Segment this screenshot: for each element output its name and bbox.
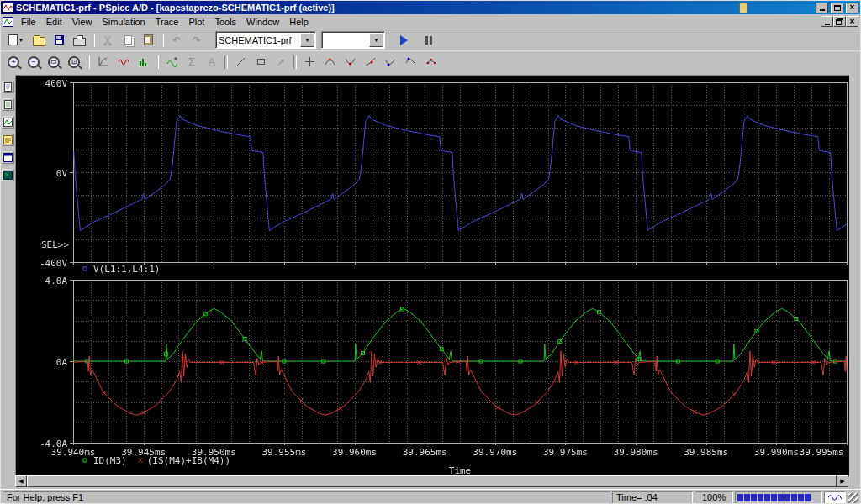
cursor-trough-button[interactable] bbox=[340, 53, 360, 71]
pspice-window: SCHEMATIC1-prf - PSpice A/D - [kapcstapr… bbox=[0, 0, 861, 504]
app-icon bbox=[3, 3, 13, 13]
crosshair-icon bbox=[304, 56, 315, 67]
performance-analysis-button[interactable] bbox=[133, 53, 153, 71]
simulation-profile-combo[interactable]: SCHEMATIC1-prf ▼ bbox=[215, 31, 316, 49]
sine-icon bbox=[828, 493, 842, 502]
box-annotation-button[interactable] bbox=[251, 53, 271, 71]
evaluate-function-button[interactable]: Σ bbox=[182, 53, 202, 71]
menu-edit[interactable]: Edit bbox=[41, 16, 67, 28]
cursor-max-icon bbox=[405, 56, 416, 67]
mdi-minimize-button[interactable] bbox=[821, 16, 833, 27]
progress-block bbox=[784, 494, 790, 501]
cursor-max-button[interactable] bbox=[400, 53, 420, 71]
pause-icon bbox=[425, 36, 432, 45]
menu-window[interactable]: Window bbox=[241, 16, 284, 28]
horizontal-scrollbar[interactable]: ◀ ▶ bbox=[15, 475, 848, 487]
sigma-icon: Σ bbox=[188, 57, 194, 67]
progress-block bbox=[778, 494, 784, 501]
cursor-slope-icon bbox=[365, 56, 376, 67]
mdi-close-button[interactable]: × bbox=[846, 16, 858, 27]
copy-button[interactable] bbox=[118, 31, 138, 50]
toolbar-separator bbox=[87, 55, 90, 69]
cursor-peak-button[interactable] bbox=[320, 53, 340, 71]
run-simulation-button[interactable] bbox=[394, 31, 414, 50]
menu-trace[interactable]: Trace bbox=[151, 16, 184, 28]
progress-block bbox=[751, 494, 757, 501]
simulation-results-button[interactable] bbox=[2, 116, 14, 129]
menu-tools[interactable]: Tools bbox=[209, 16, 241, 28]
line-annotation-button[interactable] bbox=[230, 53, 251, 71]
zoom-out-button[interactable]: − bbox=[24, 53, 44, 71]
cursor-slope-button[interactable] bbox=[360, 53, 380, 71]
zoom-area-button[interactable]: ▭ bbox=[44, 53, 64, 71]
command-window-button[interactable] bbox=[2, 169, 14, 181]
close-icon: × bbox=[850, 3, 855, 12]
save-button[interactable] bbox=[49, 31, 69, 50]
zoom-area-icon: ▭ bbox=[48, 56, 60, 68]
scrollbar-thumb[interactable] bbox=[27, 475, 837, 487]
mark-data-points-button[interactable] bbox=[420, 53, 441, 71]
text-label-icon: A bbox=[209, 57, 215, 67]
minimize-button[interactable] bbox=[816, 3, 828, 13]
add-trace-button[interactable] bbox=[161, 53, 182, 71]
fourier-button[interactable] bbox=[113, 53, 133, 71]
text-label-button[interactable]: A bbox=[202, 53, 222, 71]
zoom-fit-button[interactable]: ⊡ bbox=[64, 53, 84, 71]
maximize-button[interactable] bbox=[831, 3, 843, 13]
chevron-down-icon[interactable]: ▼ bbox=[300, 33, 314, 47]
progress-block bbox=[798, 494, 804, 501]
status-time: Time= .04 bbox=[612, 491, 693, 504]
printer-icon bbox=[73, 38, 86, 46]
simulation-output-button[interactable] bbox=[2, 98, 14, 111]
line-icon bbox=[235, 56, 246, 67]
log-x-axis-button[interactable] bbox=[92, 53, 113, 71]
arrow-annotation-button[interactable]: ↗ bbox=[271, 53, 291, 71]
output-window-button[interactable] bbox=[2, 151, 14, 164]
cursor-min-icon bbox=[385, 56, 396, 67]
pause-simulation-button[interactable] bbox=[419, 31, 439, 50]
open-folder-icon bbox=[33, 37, 45, 46]
waveform-plot[interactable] bbox=[15, 75, 849, 476]
redo-button[interactable]: ↷ bbox=[187, 31, 207, 50]
circuit-file-button[interactable] bbox=[2, 81, 14, 93]
menu-help[interactable]: Help bbox=[284, 16, 314, 28]
cursor-trough-icon bbox=[345, 56, 356, 67]
paste-icon bbox=[144, 34, 153, 45]
chevron-down-icon: ▼ bbox=[18, 37, 24, 43]
scroll-left-button[interactable]: ◀ bbox=[15, 475, 27, 487]
mdi-restore-button[interactable] bbox=[833, 16, 846, 27]
play-icon bbox=[400, 35, 408, 45]
status-bar: For Help, press F1 Time= .04 100% bbox=[1, 489, 860, 504]
toolbar-probe: + − ▭ ⊡ Σ A ↗ bbox=[1, 50, 860, 72]
secondary-combo[interactable]: ▼ bbox=[321, 31, 385, 49]
title-bar[interactable]: SCHEMATIC1-prf - PSpice A/D - [kapcstapr… bbox=[1, 1, 860, 14]
menu-view[interactable]: View bbox=[67, 16, 98, 28]
open-button[interactable] bbox=[29, 31, 49, 50]
cursor-min-button[interactable] bbox=[380, 53, 400, 71]
print-button[interactable] bbox=[69, 31, 89, 50]
toolbar-separator bbox=[161, 34, 164, 47]
chevron-down-icon[interactable]: ▼ bbox=[369, 33, 383, 47]
zoom-in-button[interactable]: + bbox=[3, 53, 24, 71]
output-window-icon bbox=[3, 153, 13, 162]
new-button[interactable]: ▼ bbox=[3, 31, 29, 50]
undo-button[interactable]: ↶ bbox=[166, 31, 187, 50]
close-button[interactable]: × bbox=[846, 3, 858, 13]
menu-plot[interactable]: Plot bbox=[183, 16, 209, 28]
menu-file[interactable]: File bbox=[16, 16, 41, 28]
cut-button[interactable] bbox=[98, 31, 118, 50]
scroll-right-button[interactable]: ▶ bbox=[837, 475, 848, 487]
simulation-queue-button[interactable] bbox=[2, 134, 14, 146]
progress-block bbox=[764, 494, 770, 501]
mark-points-icon bbox=[425, 56, 436, 67]
paste-button[interactable] bbox=[138, 31, 158, 50]
circuit-file-icon bbox=[3, 82, 13, 92]
left-toolbar bbox=[1, 72, 15, 487]
menu-bar: File Edit View Simulation Trace Plot Too… bbox=[1, 14, 860, 29]
resize-grip[interactable] bbox=[848, 493, 858, 504]
document-window-icon[interactable] bbox=[3, 17, 13, 27]
copy-icon bbox=[124, 35, 132, 45]
menu-simulation[interactable]: Simulation bbox=[97, 16, 150, 28]
toolbar-standard: ▼ ↶ ↷ SCHEMATIC1-prf ▼ ▼ bbox=[1, 29, 860, 50]
toggle-cursor-button[interactable] bbox=[299, 53, 320, 71]
